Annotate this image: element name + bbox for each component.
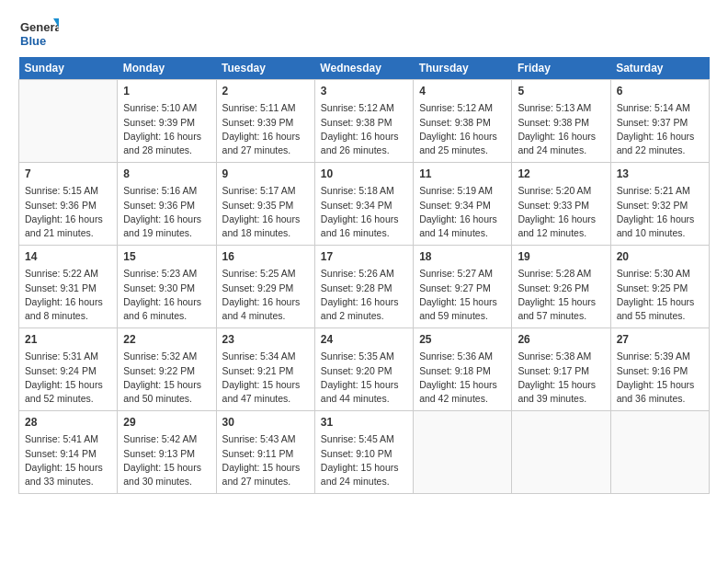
day-number: 29 xyxy=(123,415,210,431)
day-info-line: Sunset: 9:13 PM xyxy=(123,447,210,461)
calendar-cell: 16Sunrise: 5:25 AMSunset: 9:29 PMDayligh… xyxy=(216,246,314,328)
day-number: 4 xyxy=(419,84,506,99)
day-info-line: and 57 minutes. xyxy=(518,309,604,323)
calendar-cell: 10Sunrise: 5:18 AMSunset: 9:34 PMDayligh… xyxy=(314,163,413,246)
calendar-cell xyxy=(19,80,118,163)
day-number: 6 xyxy=(617,84,703,99)
day-info-line: Sunset: 9:20 PM xyxy=(321,364,407,378)
day-number: 14 xyxy=(25,249,111,265)
day-info-line: and 22 minutes. xyxy=(617,144,703,157)
day-info-line: Sunset: 9:39 PM xyxy=(222,116,309,130)
header-saturday: Saturday xyxy=(610,57,709,80)
day-info-line: and 50 minutes. xyxy=(123,392,210,406)
week-row-2: 7Sunrise: 5:15 AMSunset: 9:36 PMDaylight… xyxy=(19,163,710,246)
day-info-line: and 30 minutes. xyxy=(123,475,210,488)
calendar-cell: 7Sunrise: 5:15 AMSunset: 9:36 PMDaylight… xyxy=(19,163,118,246)
day-info-line: Sunset: 9:10 PM xyxy=(321,447,407,461)
day-info-line: Sunrise: 5:17 AM xyxy=(222,184,309,198)
day-info-line: and 16 minutes. xyxy=(321,226,407,240)
day-info-line: Sunset: 9:38 PM xyxy=(419,116,506,130)
day-info-line: Sunset: 9:34 PM xyxy=(419,199,506,213)
calendar-cell: 18Sunrise: 5:27 AMSunset: 9:27 PMDayligh… xyxy=(414,246,512,328)
day-number: 12 xyxy=(518,167,604,182)
calendar-cell: 31Sunrise: 5:45 AMSunset: 9:10 PMDayligh… xyxy=(314,411,413,494)
day-info-line: and 28 minutes. xyxy=(123,144,210,157)
day-number: 16 xyxy=(222,249,309,265)
day-info-line: and 2 minutes. xyxy=(321,309,407,323)
day-info-line: and 21 minutes. xyxy=(25,226,111,240)
day-info-line: and 39 minutes. xyxy=(518,392,604,406)
day-info-line: Daylight: 15 hours xyxy=(321,461,407,475)
calendar-cell: 3Sunrise: 5:12 AMSunset: 9:38 PMDaylight… xyxy=(314,80,413,163)
day-info-line: and 12 minutes. xyxy=(518,226,604,240)
day-info-line: Sunset: 9:27 PM xyxy=(419,282,506,295)
day-info-line: Daylight: 15 hours xyxy=(419,295,506,309)
day-info-line: Sunset: 9:36 PM xyxy=(25,199,111,213)
calendar-cell: 17Sunrise: 5:26 AMSunset: 9:28 PMDayligh… xyxy=(314,246,413,328)
day-info-line: Daylight: 16 hours xyxy=(222,213,309,226)
calendar-cell: 25Sunrise: 5:36 AMSunset: 9:18 PMDayligh… xyxy=(414,328,512,411)
svg-text:Blue: Blue xyxy=(20,34,46,48)
week-row-1: 1Sunrise: 5:10 AMSunset: 9:39 PMDaylight… xyxy=(19,80,710,163)
day-number: 28 xyxy=(25,415,111,431)
calendar-cell: 15Sunrise: 5:23 AMSunset: 9:30 PMDayligh… xyxy=(118,246,216,328)
day-info-line: Sunrise: 5:26 AM xyxy=(321,267,407,281)
day-number: 10 xyxy=(321,167,407,182)
day-info-line: Daylight: 16 hours xyxy=(419,213,506,226)
day-info-line: Daylight: 15 hours xyxy=(321,378,407,392)
day-info-line: Sunrise: 5:43 AM xyxy=(222,432,309,446)
svg-text:General: General xyxy=(20,20,59,34)
day-info-line: Sunset: 9:29 PM xyxy=(222,282,309,295)
day-number: 18 xyxy=(419,249,506,265)
day-info-line: Daylight: 16 hours xyxy=(518,130,604,144)
day-number: 21 xyxy=(25,332,111,348)
day-info-line: and 47 minutes. xyxy=(222,392,309,406)
day-info-line: Sunrise: 5:34 AM xyxy=(222,350,309,363)
day-number: 24 xyxy=(321,332,407,348)
day-info-line: Sunrise: 5:15 AM xyxy=(25,184,111,198)
day-info-line: and 52 minutes. xyxy=(25,392,111,406)
calendar-cell: 14Sunrise: 5:22 AMSunset: 9:31 PMDayligh… xyxy=(19,246,118,328)
day-number: 7 xyxy=(25,167,111,182)
day-number: 23 xyxy=(222,332,309,348)
day-number: 8 xyxy=(123,167,210,182)
day-info-line: Sunrise: 5:32 AM xyxy=(123,350,210,363)
day-info-line: Sunrise: 5:20 AM xyxy=(518,184,604,198)
calendar-table: SundayMondayTuesdayWednesdayThursdayFrid… xyxy=(18,57,710,494)
day-info-line: Sunset: 9:21 PM xyxy=(222,364,309,378)
day-info-line: Sunset: 9:28 PM xyxy=(321,282,407,295)
day-info-line: Sunset: 9:32 PM xyxy=(617,199,703,213)
day-info-line: Daylight: 16 hours xyxy=(518,213,604,226)
day-info-line: and 36 minutes. xyxy=(617,392,703,406)
day-info-line: Daylight: 15 hours xyxy=(222,461,309,475)
day-info-line: Sunset: 9:11 PM xyxy=(222,447,309,461)
day-info-line: Sunrise: 5:28 AM xyxy=(518,267,604,281)
day-info-line: Sunset: 9:35 PM xyxy=(222,199,309,213)
calendar-cell: 1Sunrise: 5:10 AMSunset: 9:39 PMDaylight… xyxy=(118,80,216,163)
day-info-line: and 24 minutes. xyxy=(321,475,407,488)
logo-svg: General Blue xyxy=(18,15,59,52)
day-info-line: Sunset: 9:17 PM xyxy=(518,364,604,378)
calendar-cell: 28Sunrise: 5:41 AMSunset: 9:14 PMDayligh… xyxy=(19,411,118,494)
day-info-line: Sunrise: 5:42 AM xyxy=(123,432,210,446)
day-info-line: Daylight: 16 hours xyxy=(321,213,407,226)
calendar-cell: 4Sunrise: 5:12 AMSunset: 9:38 PMDaylight… xyxy=(414,80,512,163)
day-info-line: Daylight: 16 hours xyxy=(25,213,111,226)
day-number: 2 xyxy=(222,84,309,99)
day-info-line: Sunrise: 5:13 AM xyxy=(518,101,604,115)
day-info-line: and 4 minutes. xyxy=(222,309,309,323)
day-info-line: Sunrise: 5:35 AM xyxy=(321,350,407,363)
day-info-line: and 55 minutes. xyxy=(617,309,703,323)
header-thursday: Thursday xyxy=(414,57,512,80)
day-number: 15 xyxy=(123,249,210,265)
day-number: 25 xyxy=(419,332,506,348)
day-info-line: Daylight: 16 hours xyxy=(321,295,407,309)
day-info-line: Sunrise: 5:11 AM xyxy=(222,101,309,115)
day-info-line: Sunrise: 5:12 AM xyxy=(321,101,407,115)
calendar-cell: 24Sunrise: 5:35 AMSunset: 9:20 PMDayligh… xyxy=(314,328,413,411)
day-info-line: and 6 minutes. xyxy=(123,309,210,323)
day-info-line: Daylight: 16 hours xyxy=(419,130,506,144)
calendar-cell: 23Sunrise: 5:34 AMSunset: 9:21 PMDayligh… xyxy=(216,328,314,411)
day-info-line: and 18 minutes. xyxy=(222,226,309,240)
day-number: 22 xyxy=(123,332,210,348)
